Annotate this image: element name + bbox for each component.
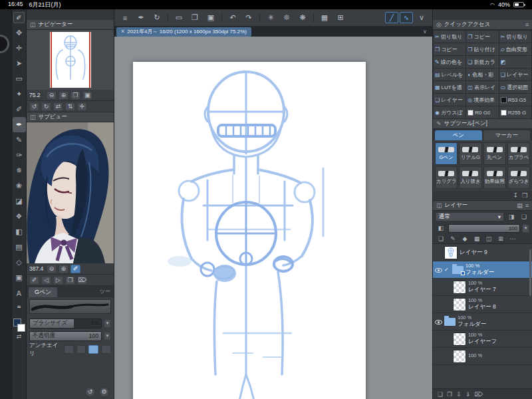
visibility-toggle[interactable]	[434, 319, 442, 325]
canvas-tab[interactable]: × 2021年4月～ 16/20 (1200 x 1600px 350dpi 7…	[116, 27, 251, 37]
tool-property-tab[interactable]: Gペン	[29, 287, 57, 297]
lock-layer-icon[interactable]: ◆	[460, 234, 470, 243]
current-tool-indicator[interactable]: ✐	[13, 12, 25, 23]
text-tool[interactable]: A	[13, 285, 26, 301]
blend-tool[interactable]: ❖	[13, 209, 26, 224]
subtool-item[interactable]: 効果線用	[483, 166, 506, 189]
quick-access-item[interactable]: ❒貼り付け	[466, 43, 498, 55]
quick-access-item[interactable]: ◎境界効果	[466, 94, 498, 106]
navigator-preview[interactable]	[27, 30, 114, 90]
airbrush-tool[interactable]: ✵	[13, 163, 26, 178]
quick-access-item[interactable]: ▱自由変形	[499, 43, 531, 55]
straight-line-check-icon[interactable]: ╱	[385, 12, 398, 23]
quick-access-item[interactable]: R53 G5	[499, 94, 531, 106]
navigator-header[interactable]: ◫ ナビゲーター	[27, 20, 114, 30]
subview-zoom-in-button[interactable]: ⊕	[59, 265, 68, 273]
subview-image[interactable]	[27, 122, 114, 263]
redo-icon[interactable]: ↷	[241, 11, 256, 25]
detail-settings-button[interactable]: ⚙	[99, 387, 109, 397]
brush-size-slider[interactable]: ブラシサイズ 7.0	[29, 319, 102, 329]
auto-select-tool[interactable]: ✦	[13, 86, 26, 102]
layer-row[interactable]: レイヤー 9	[433, 244, 532, 261]
opacity-caret-icon[interactable]: ▾	[522, 224, 529, 233]
quick-access-item[interactable]: ❏レイヤー	[499, 68, 531, 80]
actual-size-button[interactable]: ▣	[82, 91, 92, 100]
layer-scrollbar[interactable]	[529, 249, 531, 296]
new-subtool-group-icon[interactable]: ❒	[522, 192, 527, 199]
selection-tool[interactable]: ▭	[13, 71, 26, 86]
lock-transparent-icon[interactable]: ▦	[471, 234, 482, 243]
import-image-button[interactable]: ❒	[65, 276, 75, 285]
flip-horizontal-button[interactable]: ⇄	[53, 102, 63, 111]
figure-tool[interactable]: ◇	[13, 255, 26, 270]
subtool-item[interactable]: 入り抜き	[459, 166, 481, 189]
delete-layer-icon[interactable]: ⌦	[474, 391, 483, 398]
material-palette-icon[interactable]: ⊞	[333, 11, 348, 25]
layer-row[interactable]: 100 % レイヤー 7	[433, 279, 532, 296]
marquee-select-icon[interactable]: ▭	[172, 11, 186, 25]
antialias-option-medium[interactable]	[88, 345, 98, 354]
previous-image-button[interactable]: ◁	[41, 276, 51, 285]
subtool-item-g-pen[interactable]: Gペン	[435, 142, 458, 165]
subtool-item[interactable]: カブラペ	[507, 142, 530, 165]
quick-access-item[interactable]: R255 G	[499, 106, 531, 118]
layer-opacity-slider[interactable]: 100	[448, 224, 520, 233]
switch-colors-icon[interactable]: ⇄	[17, 333, 22, 340]
subtool-item[interactable]: ざらつき	[507, 166, 530, 189]
quick-access-item[interactable]: ✎線の色を	[434, 56, 466, 68]
layer-row[interactable]: 100 %	[433, 348, 532, 365]
merge-down-icon[interactable]: ⇩	[456, 391, 462, 398]
pencil-tool[interactable]: ✎	[13, 132, 26, 148]
eyedropper-button[interactable]: ✐	[29, 276, 39, 285]
flip-vertical-button[interactable]: ⇅	[65, 102, 75, 111]
palette-options-icon[interactable]: ▤	[517, 202, 523, 209]
decoration-tool[interactable]: ❀	[13, 178, 26, 194]
sub-color-swatch[interactable]	[17, 324, 25, 332]
quick-access-item[interactable]: ▦LUTを適	[434, 81, 466, 93]
subtool-item[interactable]: リアルG	[459, 142, 481, 165]
quick-access-item[interactable]: ◐色相・彩	[466, 68, 498, 80]
ruler-setting-icon[interactable]: ⊞	[495, 234, 506, 243]
quick-access-item[interactable]: ❐コピー	[466, 31, 498, 43]
snap-special-ruler-icon[interactable]: ❋	[295, 11, 310, 25]
tab-pen[interactable]: ペン	[435, 130, 482, 140]
quick-access-item[interactable]: ❐コピー	[434, 43, 466, 55]
layer-row[interactable]: 100 % レイヤー 8	[433, 296, 532, 313]
opacity-slider[interactable]: 不透明度 100	[29, 331, 102, 341]
quick-access-item[interactable]: ✂切り取り	[434, 31, 466, 43]
quick-access-item[interactable]: ▭選択範囲	[499, 81, 531, 93]
layer-thumbnail[interactable]	[453, 298, 466, 311]
fit-to-screen-button[interactable]: ❐	[70, 91, 80, 100]
layer-row[interactable]: 100 % フォルダー	[433, 313, 532, 331]
grid-icon[interactable]: ▦	[317, 11, 332, 25]
quick-access-item[interactable]: ✂切り取り	[499, 31, 531, 43]
gradient-tool[interactable]: ▤	[13, 239, 26, 255]
rotate-view-icon[interactable]: ↻	[150, 11, 164, 25]
move-tool[interactable]: ✛	[13, 41, 26, 56]
save-file-icon[interactable]: ▣	[203, 11, 218, 25]
quick-access-item[interactable]: ◉ガウスぼ	[434, 106, 466, 118]
eraser-tool[interactable]: ◪	[13, 194, 26, 209]
layer-color-icon[interactable]: ⋯	[507, 234, 518, 243]
close-tab-icon[interactable]: ×	[121, 28, 124, 35]
subview-header[interactable]: ◫ サブビュー	[27, 112, 114, 122]
import-subtool-icon[interactable]: ↧	[513, 192, 518, 199]
operation-tool[interactable]: ➤	[13, 56, 26, 71]
next-image-button[interactable]: ▷	[53, 276, 63, 285]
antialias-option-strong[interactable]	[101, 345, 111, 354]
color-swatches[interactable]	[13, 319, 25, 332]
open-file-icon[interactable]: ❒	[188, 11, 202, 25]
reset-settings-button[interactable]: ↺	[85, 387, 95, 397]
menu-icon[interactable]: ≡	[118, 11, 132, 25]
rotate-left-button[interactable]: ↺	[29, 102, 39, 111]
curve-check-icon[interactable]: ∿	[400, 12, 413, 23]
balloon-tool[interactable]: ❝	[13, 301, 26, 316]
antialias-option-none[interactable]	[64, 345, 74, 354]
quick-access-item[interactable]: ◩	[499, 56, 531, 68]
zoom-out-button[interactable]: ⊖	[47, 91, 57, 100]
eyedropper-tool[interactable]: ✐	[13, 102, 26, 117]
new-layer-icon[interactable]: ❏	[438, 391, 443, 398]
snap-ruler-icon[interactable]: ❊	[279, 11, 294, 25]
lock-palette-icon[interactable]: ◨	[506, 213, 517, 221]
layer-thumbnail[interactable]	[453, 332, 466, 346]
